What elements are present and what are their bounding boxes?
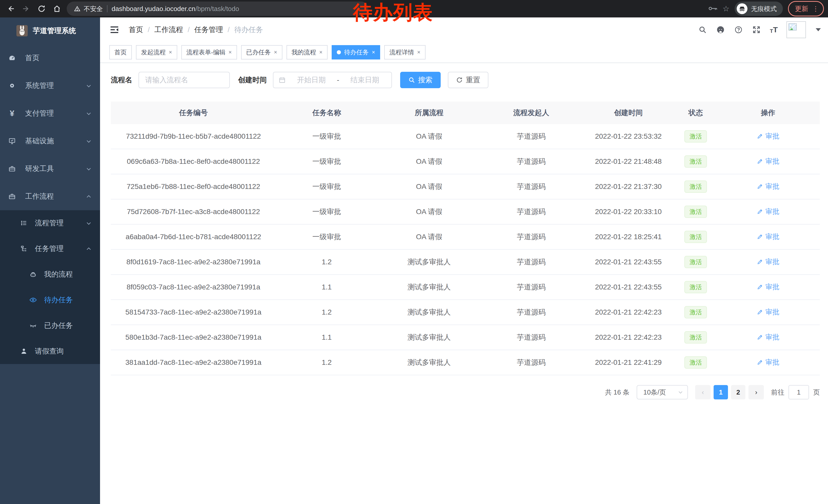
workflow-submenu: 流程管理 任务管理 我的流程 [0,210,100,364]
incognito-label: 无痕模式 [751,5,777,13]
back-icon[interactable] [4,2,17,15]
chevron-up-icon [86,193,92,199]
status-badge: 激活 [685,331,707,343]
search-icon[interactable] [698,25,707,34]
close-icon[interactable]: × [229,49,232,56]
security-label[interactable]: 不安全 [84,5,103,13]
sidebar-collapse-icon[interactable] [109,25,120,35]
sidebar-item-done-tasks[interactable]: 已办任务 [0,313,100,338]
briefcase-icon [8,192,16,200]
approve-link[interactable]: 审批 [757,332,779,342]
app-header: 首页 / 工作流程 / 任务管理 / 待办任务 [100,17,828,42]
close-icon[interactable]: × [417,49,420,56]
approve-link[interactable]: 审批 [757,156,779,166]
help-icon[interactable] [734,25,743,34]
table-row: 8f059c03-7ac8-11ec-a9e2-a2380e71991a1.1测… [111,275,820,300]
sidebar-item-payment[interactable]: ¥ 支付管理 [0,99,100,127]
chevron-down-icon [86,166,92,172]
breadcrumb-workflow[interactable]: 工作流程 [155,25,183,35]
logo[interactable]: 芋道管理系统 [0,17,100,44]
close-icon[interactable]: × [372,49,375,56]
end-date-placeholder: 结束日期 [343,75,386,85]
sidebar-item-my-process[interactable]: 我的流程 [0,262,100,287]
search-icon [408,77,415,83]
forward-icon[interactable] [19,2,33,15]
page-size-select[interactable]: 10条/页 [637,385,688,400]
font-size-icon[interactable]: TT [770,26,778,34]
avatar-dropdown-caret[interactable] [816,28,821,31]
approve-link[interactable]: 审批 [757,207,779,216]
close-icon[interactable]: × [169,49,172,56]
process-name-input[interactable] [138,72,230,88]
tab-form-edit[interactable]: 流程表单-编辑× [181,45,237,59]
refresh-icon [456,77,463,83]
create-time-label: 创建时间 [238,75,267,85]
sidebar-item-infra[interactable]: 基础设施 [0,127,100,155]
approve-link[interactable]: 审批 [757,182,779,191]
approve-link[interactable]: 审批 [757,232,779,241]
tab-done-tasks[interactable]: 已办任务× [241,45,282,59]
breadcrumb-home[interactable]: 首页 [129,25,143,35]
address-bar[interactable]: 不安全 dashboard.yudao.iocoder.cn/bpm/task/… [67,2,368,16]
tab-todo-tasks[interactable]: 待办任务× [332,45,380,59]
sidebar-item-system[interactable]: 系统管理 [0,72,100,99]
sidebar-item-todo-tasks[interactable]: 待办任务 [0,287,100,313]
approve-link[interactable]: 审批 [757,132,779,141]
sidebar-item-devtools[interactable]: 研发工具 [0,155,100,183]
tab-my-process[interactable]: 我的流程× [287,45,328,59]
avatar[interactable] [786,21,806,38]
approve-link[interactable]: 审批 [757,358,779,367]
reload-icon[interactable] [35,2,48,15]
chevron-down-icon [86,110,92,117]
sidebar-item-process-mgmt[interactable]: 流程管理 [0,210,100,236]
browser-menu-icon[interactable]: ⋮ [812,5,819,13]
sidebar-item-workflow[interactable]: 工作流程 [0,183,100,210]
breadcrumb-current: 待办任务 [234,25,263,35]
col-process: 所属流程 [377,101,481,124]
status-badge: 激活 [685,155,707,168]
bookmark-star-icon[interactable]: ☆ [722,5,730,12]
approve-link[interactable]: 审批 [757,282,779,291]
table-row: 725a1eb6-7b88-11ec-8ef0-acde48001122一级审批… [111,174,820,199]
table-row: 381aa1dd-7ac8-11ec-a9e2-a2380e71991a1.2测… [111,350,820,375]
search-button[interactable]: 搜索 [400,72,441,88]
table-row: a6aba0a4-7b6d-11ec-b781-acde48001122一级审批… [111,224,820,249]
tab-process-detail[interactable]: 流程详情× [384,45,425,59]
pencil-icon [757,233,763,240]
close-icon[interactable]: × [319,49,323,56]
list-icon [20,219,28,227]
tab-start-process[interactable]: 发起流程× [136,45,177,59]
active-dot [337,50,341,54]
page-1-button[interactable]: 1 [714,385,728,400]
table-row: 8f0d1619-7ac8-11ec-a9e2-a2380e71991a1.2测… [111,249,820,275]
robot-face-icon [29,270,37,278]
update-button[interactable]: 更新 ⋮ [788,1,824,16]
tab-home[interactable]: 首页 [109,45,132,59]
reset-button[interactable]: 重置 [448,72,488,88]
sidebar-item-home[interactable]: 首页 [0,44,100,72]
dashboard-icon [8,54,16,62]
next-page-button[interactable]: › [748,385,764,400]
goto-label: 前往 [771,388,784,397]
breadcrumb-task-mgmt[interactable]: 任务管理 [195,25,223,35]
github-icon[interactable] [716,25,725,34]
col-actions: 操作 [716,101,820,124]
status-badge: 激活 [685,306,707,318]
sidebar: 芋道管理系统 首页 系统管理 ¥ 支付管理 [0,17,100,504]
pencil-icon [757,259,763,265]
incognito-badge: 无痕模式 [735,2,783,16]
prev-page-button[interactable]: ‹ [695,385,710,400]
sidebar-item-task-mgmt[interactable]: 任务管理 [0,236,100,262]
approve-link[interactable]: 审批 [757,307,779,317]
close-icon[interactable]: × [274,49,277,56]
goto-page-input[interactable] [788,385,809,400]
approve-link[interactable]: 审批 [757,257,779,266]
home-icon[interactable] [50,2,64,15]
page-unit-label: 页 [813,388,820,397]
fullscreen-icon[interactable] [752,25,761,34]
password-key-icon[interactable] [708,4,717,13]
status-badge: 激活 [685,281,707,293]
sidebar-item-leave-query[interactable]: 请假查询 [0,338,100,364]
date-range-picker[interactable]: 开始日期 - 结束日期 [273,72,392,88]
page-2-button[interactable]: 2 [731,385,745,400]
